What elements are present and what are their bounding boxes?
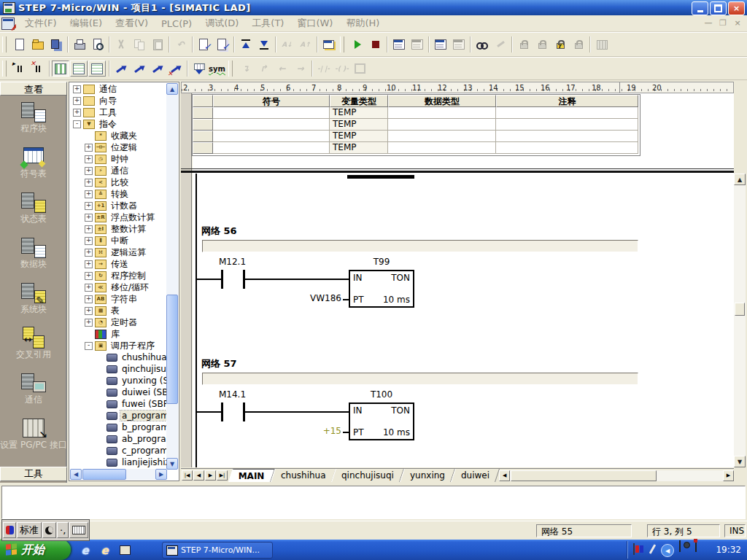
tab-main[interactable]: MAIN — [228, 469, 275, 482]
save-project-button[interactable] — [47, 36, 65, 54]
expand-toggle[interactable]: + — [85, 155, 93, 163]
viewbar-item-cross-reference[interactable]: ↔ 交叉引用 — [0, 322, 67, 368]
comment-cell[interactable] — [496, 119, 638, 131]
viewbar-item-program-block[interactable]: 程序块 — [0, 96, 67, 141]
menu-tools[interactable]: 工具(T) — [246, 15, 290, 31]
view-bar-footer-tools[interactable]: 工具 — [0, 467, 67, 481]
tree-item-subroutine[interactable]: c_program — [70, 445, 166, 456]
expand-toggle[interactable]: + — [85, 272, 93, 280]
line-right-button[interactable]: → — [291, 60, 309, 78]
insert-contact-button[interactable]: -| |- — [314, 60, 333, 78]
quick-launch-outlook-icon[interactable]: e — [98, 544, 111, 556]
scroll-right-button[interactable]: ▶ — [723, 470, 734, 481]
expand-toggle[interactable]: + — [85, 319, 93, 327]
close-button[interactable]: × — [728, 1, 745, 15]
mdi-close-button[interactable]: × — [732, 18, 743, 28]
mdi-restore-button[interactable]: ❐ — [718, 18, 728, 28]
pane-splitter[interactable] — [181, 171, 734, 173]
row-header[interactable] — [193, 131, 213, 142]
expand-toggle[interactable]: + — [85, 249, 93, 257]
tree-item-instructions[interactable]: -▼指令 — [70, 118, 166, 130]
upload-button[interactable] — [236, 36, 255, 54]
timer-number-label[interactable]: T100 — [349, 389, 414, 400]
tree-item-call-subroutines[interactable]: -▣调用子程序 — [70, 340, 166, 351]
pause-program-status-button[interactable] — [408, 36, 426, 54]
menu-window[interactable]: 窗口(W) — [291, 15, 338, 31]
tree-horizontal-scrollbar[interactable]: ◀ ▶ — [70, 469, 167, 480]
tree-item-clock[interactable]: +◷时钟 — [70, 153, 166, 165]
draw-tool-a-button[interactable] — [112, 60, 130, 78]
viewbar-item-set-pgpc-interface[interactable]: ↘ 设置 PG/PC 接口 — [0, 413, 67, 458]
draw-tool-delete-button[interactable]: ✕ — [166, 60, 185, 78]
scroll-left-button[interactable]: ◀ — [70, 469, 82, 480]
network-56-title[interactable]: 网络 56 — [201, 225, 237, 238]
lad-split-toggle[interactable] — [70, 61, 88, 77]
title-bar[interactable]: STEP 7-Micro/WIN - 项目1 - [SIMATIC LAD] × — [0, 0, 747, 15]
symbol-cell[interactable] — [213, 107, 330, 119]
chart-status-button[interactable] — [431, 36, 449, 54]
tree-item-counters[interactable]: ++1计数器 — [70, 200, 166, 211]
network-57-comment[interactable] — [202, 373, 638, 385]
symbolic-addressing-button[interactable]: sym — [208, 60, 226, 78]
tray-ime-icon[interactable] — [633, 543, 635, 555]
instruction-tree[interactable]: +通信 +向导 +工具 -▼指令 *收藏夹 +⊣⊢位逻辑 +◷时钟 +⚡通信 +… — [70, 83, 166, 468]
unforce-button[interactable] — [533, 36, 551, 54]
scroll-left-button[interactable]: ◀ — [499, 470, 510, 481]
taskbar-step7-button[interactable]: STEP 7-Micro/WIN... — [162, 542, 273, 559]
minimize-button[interactable] — [692, 1, 708, 15]
output-window[interactable] — [1, 486, 746, 519]
tree-item-table[interactable]: +▦表 — [70, 305, 166, 316]
viewbar-item-data-block[interactable]: 数据块 — [0, 232, 67, 277]
tree-item-subroutine[interactable]: lianjiejishizh — [70, 456, 166, 468]
viewbar-item-communications[interactable]: 通信 — [0, 368, 67, 413]
tree-item-wizard[interactable]: +向导 — [70, 95, 166, 106]
data-type-cell[interactable] — [388, 107, 496, 119]
data-type-cell[interactable] — [388, 119, 496, 131]
rung-wire[interactable] — [197, 411, 221, 413]
print-preview-button[interactable] — [88, 36, 107, 54]
address-table-button[interactable] — [190, 60, 208, 78]
memory-button[interactable] — [592, 36, 611, 54]
ime-punctuation-button[interactable]: ·, — [57, 522, 69, 538]
ime-softkeyboard-button[interactable] — [69, 522, 88, 538]
table-row[interactable]: TEMP — [193, 119, 638, 131]
contact-left-bar[interactable] — [221, 402, 223, 421]
next-tab-button[interactable]: ▶ — [205, 470, 216, 481]
tree-item-subroutine[interactable]: b_program — [70, 421, 166, 433]
undo-button[interactable]: ↶ — [171, 36, 190, 54]
viewbar-item-symbol-table[interactable]: 符号表 — [0, 141, 67, 187]
unforce-all-button[interactable]: T — [551, 36, 569, 54]
scroll-up-button[interactable]: ▲ — [166, 83, 178, 95]
var-type-cell[interactable]: TEMP — [330, 131, 388, 142]
last-tab-button[interactable]: ▶| — [217, 470, 228, 481]
editor-vertical-scrollbar[interactable]: ▲ ▼ — [734, 174, 746, 467]
symbol-cell[interactable] — [213, 142, 330, 154]
delete-element-button[interactable]: ✕ — [28, 60, 47, 78]
tree-item-subroutine[interactable]: duiwei (SBI — [70, 386, 166, 398]
scroll-up-button[interactable]: ▲ — [734, 174, 746, 185]
comment-cell[interactable] — [496, 107, 638, 119]
ime-logo-icon[interactable] — [3, 522, 16, 538]
column-header-symbol[interactable]: 符号 — [213, 95, 330, 107]
menu-view[interactable]: 查看(V) — [109, 15, 154, 31]
lad-editor-toggle[interactable] — [52, 61, 69, 77]
menu-edit[interactable]: 编辑(E) — [64, 15, 108, 31]
tree-item-subroutine[interactable]: chushihua — [70, 351, 166, 363]
tray-network-icon[interactable] — [695, 540, 697, 552]
column-header-var-type[interactable]: 变量类型 — [330, 95, 388, 107]
symbol-cell[interactable] — [213, 119, 330, 131]
expand-toggle[interactable]: + — [85, 167, 93, 175]
menu-help[interactable]: 帮助(H) — [340, 15, 385, 31]
write-all-button[interactable] — [491, 36, 509, 54]
comment-cell[interactable] — [496, 131, 638, 142]
ladder-toolbar-grip[interactable] — [2, 61, 7, 77]
table-row[interactable]: TEMP — [193, 107, 638, 119]
local-variable-table[interactable]: 符号 变量类型 数据类型 注释 TEMP TEMP TEMP — [193, 95, 638, 154]
network-55-partial-element[interactable] — [347, 175, 414, 179]
tree-item-favorites[interactable]: *收藏夹 — [70, 130, 166, 141]
compile-all-button[interactable] — [213, 36, 231, 54]
network-57-title[interactable]: 网络 57 — [201, 357, 237, 370]
collapse-toggle[interactable]: - — [85, 342, 93, 350]
tab-qinchujisuqi[interactable]: qinchujisuqi — [331, 469, 404, 482]
tree-item-timers[interactable]: +◔定时器 — [70, 316, 166, 328]
